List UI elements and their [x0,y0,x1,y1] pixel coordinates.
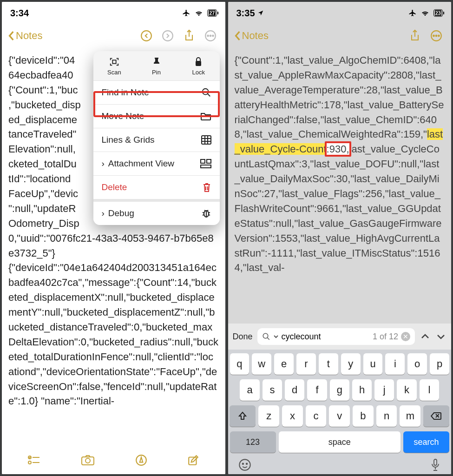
status-bar: 3:34 27 [2,2,225,24]
more-button[interactable] [202,27,219,44]
key-t[interactable]: t [319,353,338,375]
context-menu: Scan Pin Lock Find in Note Move Note Lin… [93,51,220,225]
svg-rect-23 [201,159,205,163]
highlight-value: :930, [327,143,349,155]
svg-point-16 [202,89,208,95]
svg-point-37 [242,463,243,464]
svg-point-3 [207,35,209,37]
key-g[interactable]: g [330,379,349,401]
menu-lock[interactable]: Lock [177,51,220,80]
shift-key[interactable] [230,405,256,427]
markup-button[interactable] [135,454,147,468]
menu-debug[interactable]: ›Debug [93,202,220,225]
chevron-down-icon[interactable] [273,334,279,339]
key-w[interactable]: w [252,353,271,375]
key-k[interactable]: k [397,379,416,401]
airplane-icon [182,9,190,17]
back-label: Notes [242,30,269,42]
camera-button[interactable] [81,455,95,468]
redo-icon [162,30,174,42]
find-next[interactable] [435,331,446,342]
svg-rect-24 [207,159,211,163]
share-button[interactable] [407,27,423,44]
status-time: 3:34 [10,8,29,19]
menu-move[interactable]: Move Note [93,105,220,128]
key-l[interactable]: l [420,379,439,401]
numbers-key[interactable]: 123 [230,431,276,453]
key-y[interactable]: y [341,353,361,375]
share-button[interactable] [181,27,197,44]
back-label: Notes [16,30,42,42]
back-button[interactable]: Notes [235,30,269,42]
bug-icon [201,208,211,218]
key-c[interactable]: c [306,405,327,427]
menu-find[interactable]: Find in Note [93,81,220,105]
toolbar: Notes [2,24,225,47]
key-v[interactable]: v [329,405,350,427]
trash-icon [202,182,211,192]
menu-delete[interactable]: Delete [93,176,220,202]
more-button[interactable] [428,27,445,44]
emoji-icon [238,458,251,471]
svg-rect-14 [112,60,116,63]
key-e[interactable]: e [274,353,294,375]
chevron-up-icon [420,331,431,342]
key-z[interactable]: z [258,405,279,427]
key-p[interactable]: p [430,353,449,375]
key-q[interactable]: q [230,353,249,375]
done-button[interactable]: Done [233,332,253,342]
find-input[interactable] [282,332,324,342]
key-f[interactable]: f [307,379,327,401]
compose-button[interactable] [187,454,199,468]
menu-pin[interactable]: Pin [135,51,177,80]
body-after: last_value_CycleCountLastQmax":3,"last_v… [235,143,442,273]
svg-point-38 [246,463,247,464]
key-n[interactable]: n [376,405,397,427]
key-d[interactable]: d [285,379,304,401]
key-x[interactable]: x [282,405,303,427]
find-field[interactable]: 1 of 12 ✕ [257,328,415,345]
find-bar: Done 1 of 12 ✕ [228,324,452,350]
note-body[interactable]: {"Count":1,"last_value_AlgoChemID":6408,… [228,47,452,324]
undo-button[interactable] [138,27,155,44]
redo-button [159,27,176,44]
key-b[interactable]: b [353,405,374,427]
key-m[interactable]: m [400,405,420,427]
checklist-icon [27,455,40,466]
emoji-key[interactable] [238,458,251,471]
menu-lines[interactable]: Lines & Grids [93,128,220,152]
bottom-toolbar [2,448,225,474]
find-prev[interactable] [420,331,431,342]
left-screenshot: 3:34 27 Notes {"deviceId":"04 64ecba [2,2,225,474]
ellipsis-icon [204,30,217,42]
grid-icon [201,135,211,145]
checklist-button[interactable] [27,455,40,468]
svg-line-17 [207,94,210,97]
backspace-key[interactable] [423,405,449,427]
key-u[interactable]: u [363,353,383,375]
shift-icon [238,411,247,421]
dictation-key[interactable] [430,458,441,471]
chevron-down-icon [435,331,446,342]
chevron-left-icon [235,31,241,41]
clear-button[interactable]: ✕ [401,332,410,341]
body-before: {"Count":1,"last_value_AlgoChemID":6408,… [235,54,444,140]
key-i[interactable]: i [385,353,405,375]
space-key[interactable]: space [279,431,400,453]
key-h[interactable]: h [352,379,372,401]
key-r[interactable]: r [296,353,316,375]
key-s[interactable]: s [263,379,282,401]
back-button[interactable]: Notes [8,30,42,42]
right-screenshot: 3:35 23 Notes {"Count":1,"last_value_Alg… [228,2,452,474]
search-key[interactable]: search [403,431,449,453]
menu-scan[interactable]: Scan [93,51,136,80]
svg-point-31 [438,35,440,37]
svg-point-0 [141,31,151,41]
menu-attachment[interactable]: ›Attachment View [93,152,220,176]
key-o[interactable]: o [407,353,427,375]
wifi-icon [194,10,204,16]
airplane-icon [408,9,417,17]
key-j[interactable]: j [374,379,394,401]
key-a[interactable]: a [240,379,259,401]
scan-icon [109,57,119,67]
